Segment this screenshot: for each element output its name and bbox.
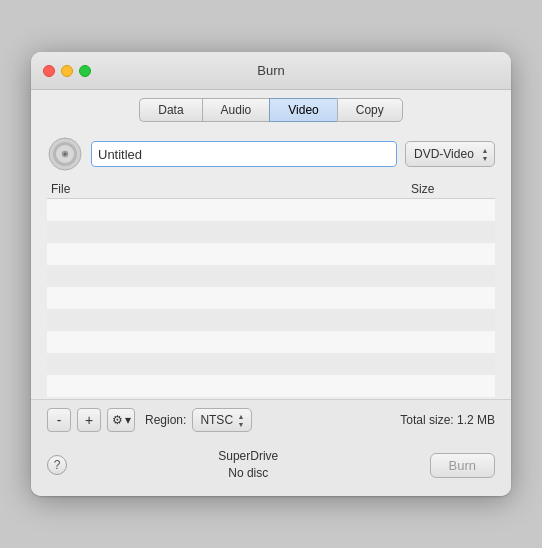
list-row-4 [47,265,495,287]
list-row-3 [47,243,495,265]
add-button[interactable]: + [77,408,101,432]
gear-arrow-icon: ▾ [125,413,131,427]
close-button[interactable] [43,65,55,77]
region-stepper-down: ▼ [236,421,246,428]
tab-data[interactable]: Data [139,98,201,122]
list-row-placeholder [47,199,495,221]
drive-name: SuperDrive [67,448,430,465]
stepper-up: ▲ [480,147,490,154]
region-stepper: ▲ ▼ [236,413,246,428]
column-file: File [51,182,411,196]
stepper-down: ▼ [480,155,490,162]
tab-video[interactable]: Video [269,98,336,122]
list-row-5 [47,287,495,309]
disc-title-input[interactable] [91,141,397,167]
region-select[interactable]: NTSC ▲ ▼ [192,408,252,432]
format-select[interactable]: DVD-Video ▲ ▼ [405,141,495,167]
list-row-2 [47,221,495,243]
file-list-header: File Size [47,180,495,199]
gear-button[interactable]: ⚙ ▾ [107,408,135,432]
format-stepper: ▲ ▼ [480,147,490,162]
bottom-toolbar: - + ⚙ ▾ Region: NTSC ▲ ▼ Total size: 1.2… [31,399,511,440]
tab-copy[interactable]: Copy [337,98,403,122]
region-stepper-up: ▲ [236,413,246,420]
disc-row: DVD-Video ▲ ▼ [47,136,495,172]
maximize-button[interactable] [79,65,91,77]
list-row-6 [47,309,495,331]
list-row-8 [47,353,495,375]
help-button[interactable]: ? [47,455,67,475]
titlebar: Burn [31,52,511,90]
burn-button[interactable]: Burn [430,453,495,478]
footer: ? SuperDrive No disc Burn [31,440,511,496]
svg-point-4 [64,153,67,156]
traffic-lights [43,65,91,77]
remove-button[interactable]: - [47,408,71,432]
list-row-7 [47,331,495,353]
list-row-9 [47,375,495,397]
gear-icon: ⚙ [112,413,123,427]
drive-info: SuperDrive No disc [67,448,430,482]
region-value: NTSC [200,413,233,427]
column-size: Size [411,182,491,196]
tab-audio[interactable]: Audio [202,98,270,122]
app-window: Burn Data Audio Video Copy DVD-Video [31,52,511,496]
minimize-button[interactable] [61,65,73,77]
window-title: Burn [257,63,284,78]
total-size-label: Total size: 1.2 MB [258,413,495,427]
region-label: Region: [145,413,186,427]
tab-bar: Data Audio Video Copy [31,90,511,128]
format-label: DVD-Video [414,147,476,161]
disc-icon [47,136,83,172]
file-list [47,199,495,399]
content-area: DVD-Video ▲ ▼ File Size [31,128,511,399]
drive-status: No disc [67,465,430,482]
